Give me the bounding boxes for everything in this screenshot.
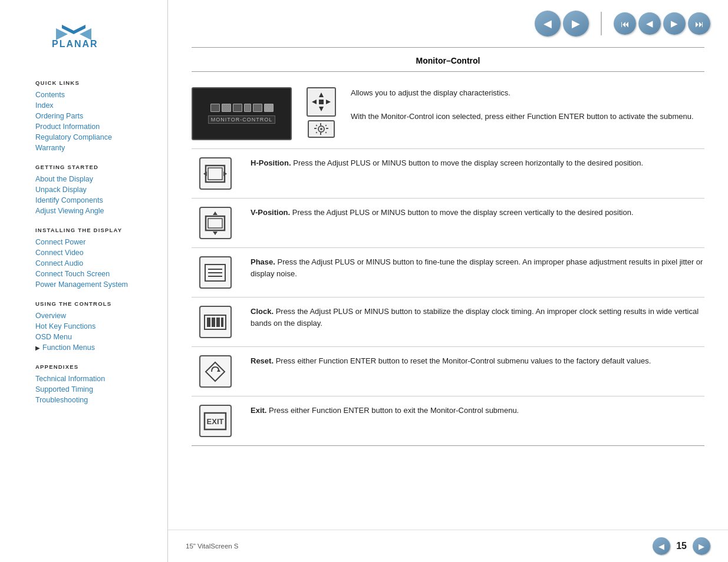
nav-separator <box>601 12 602 35</box>
sidebar-item-overview[interactable]: Overview <box>35 310 167 321</box>
four-arrow-icon <box>307 87 336 117</box>
svg-marker-5 <box>319 107 324 111</box>
svg-rect-16 <box>325 125 327 127</box>
sidebar: PLANAR QUICK LINKS Contents Index Orderi… <box>0 0 168 562</box>
sidebar-item-power-management[interactable]: Power Management System <box>35 279 167 290</box>
svg-rect-18 <box>325 132 327 134</box>
page-nav-group: ⏮ ◀ ▶ ⏭ <box>614 12 710 35</box>
gear-icon <box>308 120 335 138</box>
sidebar-item-connect-touch-screen[interactable]: Connect Touch Screen <box>35 269 167 279</box>
prev-page-button[interactable]: ◀ <box>638 12 661 35</box>
clock-icon-cell <box>192 306 239 338</box>
monitor-control-text: Allows you to adjust the display charact… <box>351 87 704 123</box>
top-nav: ◀ ▶ ⏮ ◀ ▶ ⏭ <box>168 0 728 47</box>
using-controls-title: USING THE CONTROLS <box>35 300 167 307</box>
sidebar-item-identify-components[interactable]: Identify Components <box>35 195 167 206</box>
sidebar-item-index[interactable]: Index <box>35 100 167 111</box>
sidebar-item-connect-video[interactable]: Connect Video <box>35 247 167 258</box>
page-top-line <box>192 47 704 48</box>
footer-prev-button[interactable]: ◀ <box>653 537 670 555</box>
footer-page-number: 15 <box>676 541 687 551</box>
clock-text: Clock. Press the Adjust PLUS or MINUS bu… <box>251 306 704 329</box>
svg-rect-34 <box>216 318 220 327</box>
phase-icon-cell <box>192 256 239 289</box>
svg-marker-0 <box>62 25 85 34</box>
logo-area: PLANAR <box>35 18 167 52</box>
monitor-control-text2: With the Monitor-Control icon selected, … <box>351 111 704 123</box>
exit-text: Exit. Press either Function ENTER button… <box>251 405 704 416</box>
v-position-text: V-Position. Press the Adjust PLUS or MIN… <box>251 207 704 219</box>
appendixes-title: APPENDIXES <box>35 363 167 370</box>
svg-marker-4 <box>319 92 324 97</box>
page-body: Monitor–Control MONITOR-CONTROL <box>168 47 728 530</box>
svg-rect-32 <box>207 318 210 327</box>
sidebar-item-adjust-viewing-angle[interactable]: Adjust Viewing Angle <box>35 206 167 216</box>
footer-nav: ◀ 15 ▶ <box>653 537 710 555</box>
reset-text: Reset. Press either Function ENTER butto… <box>251 355 704 367</box>
prev-button[interactable]: ◀ <box>535 11 561 37</box>
svg-point-10 <box>320 128 322 130</box>
svg-rect-17 <box>316 132 318 134</box>
page-footer: 15" VitalScreen S ◀ 15 ▶ <box>168 530 728 562</box>
reset-desc: Press either Function ENTER button to re… <box>274 356 651 365</box>
h-position-icon <box>199 157 232 190</box>
sidebar-item-osd-menu[interactable]: OSD Menu <box>35 332 167 342</box>
next-page-button[interactable]: ▶ <box>663 12 686 35</box>
exit-desc: Press either Function ENTER button to ex… <box>266 406 519 415</box>
svg-rect-8 <box>319 100 324 104</box>
svg-rect-11 <box>320 123 321 125</box>
svg-marker-25 <box>213 211 218 215</box>
sidebar-item-warranty[interactable]: Warranty <box>35 143 167 153</box>
clock-label: Clock. <box>251 307 274 316</box>
sidebar-item-about-display[interactable]: About the Display <box>35 174 167 184</box>
svg-rect-24 <box>208 219 222 228</box>
svg-marker-7 <box>326 100 331 104</box>
sidebar-item-connect-power[interactable]: Connect Power <box>35 237 167 247</box>
svg-marker-26 <box>213 232 218 235</box>
sidebar-item-troubleshooting[interactable]: Troubleshooting <box>35 395 167 405</box>
sidebar-item-function-menus[interactable]: Function Menus <box>35 342 167 353</box>
sidebar-item-ordering-parts[interactable]: Ordering Parts <box>35 111 167 121</box>
svg-rect-14 <box>326 128 328 129</box>
sidebar-item-hot-key-functions[interactable]: Hot Key Functions <box>35 321 167 332</box>
sidebar-item-connect-audio[interactable]: Connect Audio <box>35 258 167 269</box>
svg-rect-12 <box>320 133 321 135</box>
main-content: ◀ ▶ ⏮ ◀ ▶ ⏭ Monitor–Control <box>168 0 728 562</box>
svg-rect-20 <box>208 168 222 180</box>
clock-icon <box>199 306 232 338</box>
toolbar <box>210 104 274 112</box>
svg-marker-36 <box>206 362 225 381</box>
v-position-icon-cell <box>192 207 239 239</box>
next-button[interactable]: ▶ <box>563 11 589 37</box>
clock-desc: Press the Adjust PLUS or MINUS button to… <box>251 307 699 328</box>
sidebar-item-contents[interactable]: Contents <box>35 90 167 100</box>
prev-next-group: ◀ ▶ <box>535 11 589 37</box>
sidebar-item-regulatory-compliance[interactable]: Regulatory Compliance <box>35 132 167 143</box>
h-position-text: H-Position. Press the Adjust PLUS or MIN… <box>251 157 704 169</box>
svg-rect-35 <box>221 318 223 327</box>
svg-rect-15 <box>316 125 318 127</box>
exit-row: EXIT Exit. Press either Function ENTER b… <box>192 396 704 446</box>
h-position-row: H-Position. Press the Adjust PLUS or MIN… <box>192 149 704 199</box>
sidebar-item-technical-information[interactable]: Technical Information <box>35 373 167 384</box>
reset-icon-cell <box>192 355 239 388</box>
h-position-icon-cell <box>192 157 239 190</box>
installing-title: INSTALLING THE DISPLAY <box>35 227 167 233</box>
svg-text:EXIT: EXIT <box>207 417 224 426</box>
sidebar-item-unpack-display[interactable]: Unpack Display <box>35 184 167 195</box>
exit-label: Exit. <box>251 406 266 415</box>
sidebar-item-supported-timing[interactable]: Supported Timing <box>35 384 167 395</box>
quick-links-title: QUICK LINKS <box>35 80 167 86</box>
clock-row: Clock. Press the Adjust PLUS or MINUS bu… <box>192 297 704 347</box>
sidebar-item-product-information[interactable]: Product Information <box>35 121 167 132</box>
v-position-icon <box>199 207 232 239</box>
first-page-button[interactable]: ⏮ <box>614 12 636 35</box>
v-position-desc: Press the Adjust PLUS or MINUS button to… <box>290 208 633 217</box>
phase-label: Phase. <box>251 257 275 266</box>
svg-rect-13 <box>314 128 317 129</box>
planar-logo: PLANAR <box>35 18 112 50</box>
phase-row: Phase. Press the Adjust PLUS or MINUS bu… <box>192 248 704 297</box>
footer-next-button[interactable]: ▶ <box>693 537 710 555</box>
phase-icon <box>199 256 232 289</box>
last-page-button[interactable]: ⏭ <box>688 12 710 35</box>
